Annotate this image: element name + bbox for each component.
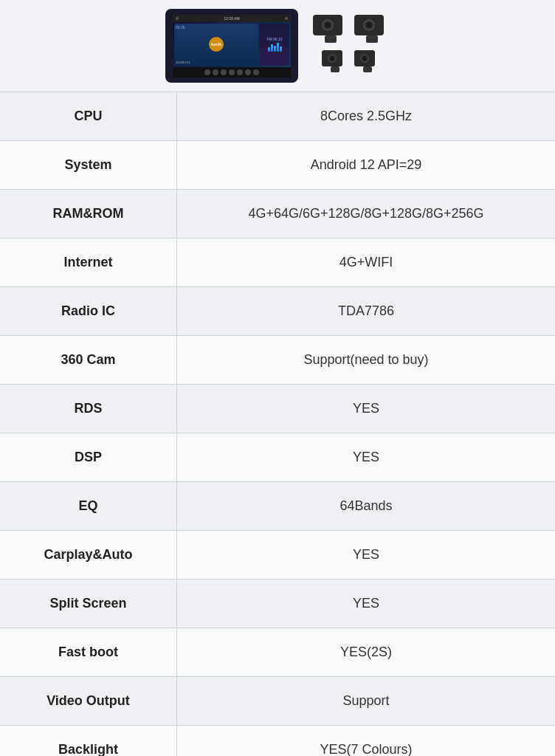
camera-4-mount [363,66,372,72]
app-icon-6 [245,69,251,75]
spec-label: Internet [0,238,177,286]
camera-2-mount [366,35,378,43]
app-icon-5 [237,69,243,75]
page-container: 12:26 AM 00:26 2024/07/11 km/h FM 96.10 [0,0,555,756]
app-icon-3 [221,69,227,75]
unit-main-area: 00:26 2024/07/11 km/h FM 96.10 [173,22,291,67]
camera-3 [322,50,348,77]
camera-3-lens [328,54,337,63]
spec-value: YES [177,580,555,628]
camera-3-body [322,50,342,66]
spec-label: Carplay&Auto [0,531,177,579]
camera-2 [354,15,390,44]
spec-value: Support(need to buy) [177,336,555,384]
app-icon-1 [204,69,210,75]
spec-value: 4G+WIFI [177,238,555,286]
spec-label: Radio IC [0,287,177,335]
camera-1-mount [325,35,337,43]
spec-row: BacklightYES(7 Colours) [0,726,555,756]
spec-row: Radio ICTDA7786 [0,287,555,336]
spec-value: 64Bands [177,482,555,530]
header-images: 12:26 AM 00:26 2024/07/11 km/h FM 96.10 [165,9,390,83]
main-unit-image: 12:26 AM 00:26 2024/07/11 km/h FM 96.10 [165,9,298,83]
music-bars [268,43,282,52]
spec-value: YES [177,385,555,433]
spec-label: CPU [0,92,177,140]
app-icon-4 [229,69,235,75]
spec-row: CPU8Cores 2.5GHz [0,92,555,141]
spec-row: EQ64Bands [0,482,555,531]
spec-value: YES(7 Colours) [177,726,555,756]
spec-row: Split ScreenYES [0,580,555,628]
spec-row: Video OutputSupport [0,677,555,726]
camera-1-body [313,15,342,35]
spec-value: 8Cores 2.5GHz [177,92,555,140]
bar-4 [277,43,279,52]
spec-label: RAM&ROM [0,190,177,238]
camera-4 [354,50,381,77]
spec-value: YES [177,531,555,579]
cameras-group [313,15,390,77]
spec-label: RDS [0,385,177,433]
unit-top-bar: 12:26 AM [173,15,291,22]
camera-4-lens [360,54,369,63]
bar-3 [274,46,276,52]
bar-2 [271,44,273,52]
camera-3-mount [331,66,339,72]
camera-2-body [354,15,384,35]
spec-row: RDSYES [0,385,555,433]
spec-value: YES(2S) [177,628,555,676]
bar-5 [280,47,282,52]
cameras-bottom [313,50,390,77]
unit-bottom-icons [173,67,291,78]
spec-value: 4G+64G/6G+128G/8G+128G/8G+256G [177,190,555,238]
spec-row: DSPYES [0,433,555,482]
camera-4-body [354,50,375,66]
spec-label: 360 Cam [0,336,177,384]
spec-label: Backlight [0,726,177,756]
spec-row: Carplay&AutoYES [0,531,555,580]
spec-label: Fast boot [0,628,177,676]
unit-map: 00:26 2024/07/11 km/h [174,24,258,66]
spec-row: SystemAndroid 12 API=29 [0,141,555,190]
spec-label: Video Output [0,677,177,725]
unit-music: FM 96.10 [260,24,289,66]
spec-value: YES [177,433,555,481]
camera-1 [313,15,348,44]
camera-2-lens [363,19,375,31]
spec-table: CPU8Cores 2.5GHzSystemAndroid 12 API=29R… [0,92,555,756]
spec-label: Split Screen [0,580,177,628]
header-row: 12:26 AM 00:26 2024/07/11 km/h FM 96.10 [0,0,555,92]
spec-row: Fast bootYES(2S) [0,628,555,677]
app-icon-2 [213,69,218,75]
spec-row: Internet4G+WIFI [0,238,555,287]
main-unit-screen: 12:26 AM 00:26 2024/07/11 km/h FM 96.10 [173,15,291,78]
bar-1 [268,47,270,52]
spec-label: DSP [0,433,177,481]
unit-dot-left [176,17,179,20]
spec-value: Support [177,677,555,725]
unit-dot-right [285,17,288,20]
spec-row: 360 CamSupport(need to buy) [0,336,555,385]
unit-time: 12:26 AM [224,16,239,21]
spec-row: RAM&ROM4G+64G/6G+128G/8G+128G/8G+256G [0,190,555,238]
spec-label: EQ [0,482,177,530]
spec-value: TDA7786 [177,287,555,335]
cameras-top [313,15,390,44]
camera-1-lens [322,19,334,31]
app-icon-7 [253,69,259,75]
spec-value: Android 12 API=29 [177,141,555,189]
spec-label: System [0,141,177,189]
